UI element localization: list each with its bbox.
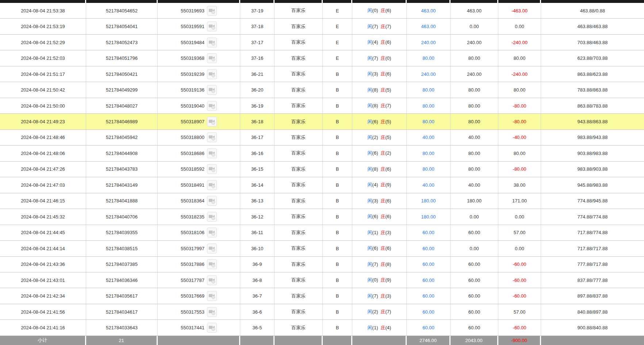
video-replay-icon [208,118,215,125]
player-points: (0) [372,8,378,13]
cell-balance: 463.88/0.88 [541,3,644,18]
banker-points: (5) [386,119,391,124]
video-replay-button[interactable] [207,132,217,142]
cell-valid-amount: 80.00 [451,50,498,66]
bet-time: 2024-08-04 21:47:03 [21,182,65,188]
cell-bet-number: 521784036346 [86,272,158,288]
bet-amount-link[interactable]: 80.00 [422,119,434,124]
bet-amount-link[interactable]: 180.00 [421,214,436,220]
banker-result: 庄(2) [381,150,391,156]
cell-win-loss: 0.00 [498,241,541,256]
bet-amount-link[interactable]: 60.00 [422,309,434,315]
bet-amount-link[interactable]: 80.00 [422,55,434,61]
cell-desk: B [323,288,352,303]
win-loss-amount: 80.00 [514,151,526,156]
bet-number: 521784043149 [106,182,138,188]
cell-bet-amount: 40.00 [407,177,451,193]
player-result: 闲(1) [368,325,378,331]
video-replay-button[interactable] [207,69,217,79]
banker-points: (6) [386,71,391,77]
table-row: 2024-08-04 21:48:06521784044908550318686… [0,146,644,161]
video-replay-button[interactable] [207,53,217,63]
cell-game-number: 550319484 [158,35,240,50]
bet-amount-link[interactable]: 60.00 [422,293,434,299]
banker-label: 庄 [381,277,386,283]
desk-code: E [336,40,339,45]
banker-result: 庄(7) [381,23,391,30]
bet-amount-link[interactable]: 40.00 [422,182,434,188]
cell-bet-amount: 40.00 [407,130,451,145]
table-row: 2024-08-04 21:52:29521784052473550319484… [0,35,644,50]
bet-amount-link[interactable]: 463.00 [421,8,436,13]
win-loss-amount: 57.00 [514,230,526,235]
banker-points: (6) [386,166,391,172]
banker-points: (8) [386,261,391,267]
video-replay-button[interactable] [207,323,217,333]
bet-amount-link[interactable]: 60.00 [422,230,434,235]
cell-desk: B [323,257,352,272]
game-number: 550317441 [181,325,204,330]
player-label: 闲 [368,103,372,108]
cell-desk: E [323,50,352,66]
video-replay-button[interactable] [207,164,217,174]
game-name: 百家乐 [291,71,306,77]
desk-code: B [336,246,339,251]
cell-win-loss: -60.00 [498,320,541,335]
video-replay-button[interactable] [207,307,217,317]
cell-result: 闲(3)庄(6) [352,66,407,82]
video-replay-button[interactable] [207,244,217,253]
video-replay-button[interactable] [207,196,217,206]
video-replay-button[interactable] [207,38,217,47]
banker-label: 庄 [381,325,386,330]
video-replay-button[interactable] [207,291,217,301]
video-replay-button[interactable] [207,101,217,111]
bet-amount-link[interactable]: 60.00 [422,261,434,267]
video-replay-button[interactable] [207,275,217,285]
video-replay-button[interactable] [207,228,217,237]
cell-round: 37-16 [240,50,275,66]
video-replay-button[interactable] [207,212,217,222]
cell-game-name: 百家乐 [275,130,323,145]
cell-win-loss: 0.00 [498,19,541,34]
bet-amount-link[interactable]: 240.00 [421,40,436,45]
video-replay-button[interactable] [207,180,217,190]
bet-amount-link[interactable]: 60.00 [422,325,434,330]
bet-amount-link[interactable]: 60.00 [422,246,434,251]
round-number: 36-12 [251,214,263,220]
banker-result: 庄(3) [381,293,391,299]
video-replay-button[interactable] [207,6,217,16]
bet-amount-link[interactable]: 40.00 [422,135,434,140]
bet-number: 521784048027 [106,103,138,109]
balance-after-before: 463.88/463.88 [577,24,607,29]
video-replay-button[interactable] [207,117,217,127]
video-replay-button[interactable] [207,148,217,158]
video-replay-button[interactable] [207,22,217,31]
cell-bet-amount: 80.00 [407,50,451,66]
bet-amount-link[interactable]: 463.00 [421,24,436,29]
bet-amount-link[interactable]: 80.00 [422,103,434,109]
cell-valid-amount: 80.00 [451,162,498,177]
game-name: 百家乐 [291,102,306,109]
valid-amount: 463.00 [467,8,482,13]
game-number: 550318235 [181,214,204,220]
bet-time: 2024-08-04 21:53:38 [21,8,65,13]
bet-amount-link[interactable]: 60.00 [422,278,434,283]
bet-amount-link[interactable]: 80.00 [422,151,434,156]
bet-amount-link[interactable]: 80.00 [422,87,434,93]
desk-code: B [336,325,339,330]
cell-game-name: 百家乐 [275,257,323,272]
cell-game-name: 百家乐 [275,225,323,240]
video-replay-button[interactable] [207,85,217,95]
bet-amount-link[interactable]: 80.00 [422,166,434,172]
bet-amount-link[interactable]: 180.00 [421,198,436,203]
video-replay-icon [208,245,215,252]
banker-points: (6) [386,198,391,203]
banker-result: 庄(5) [381,87,391,93]
bet-amount-link[interactable]: 240.00 [421,71,436,77]
video-replay-button[interactable] [207,259,217,269]
banker-label: 庄 [381,71,386,77]
cell-result: 闲(8)庄(7) [352,98,407,113]
cell-round: 36-6 [240,304,275,319]
table-row: 2024-08-04 21:50:00521784048027550319040… [0,98,644,114]
table-row: 2024-08-04 21:44:14521784038515550317997… [0,241,644,256]
